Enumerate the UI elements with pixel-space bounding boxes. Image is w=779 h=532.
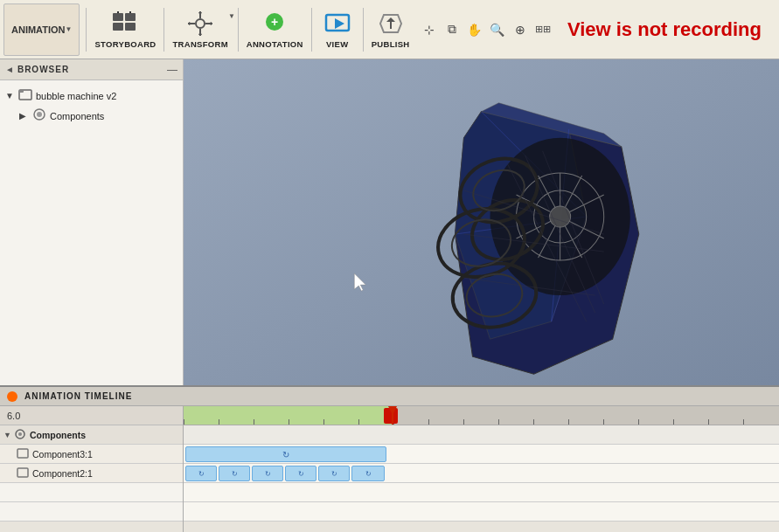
annotation-label: ANNOTATION — [247, 39, 303, 49]
svg-marker-11 — [198, 12, 202, 16]
tree-components-label: Components — [50, 111, 104, 121]
toolbar-separator-5 — [363, 8, 364, 52]
cursor-icon-btn[interactable]: ⊹ — [419, 19, 440, 40]
track-c3-icon — [17, 447, 29, 461]
timeline-body: 6.0 ▼ Components Component3:1 — [0, 406, 779, 532]
timeline-ruler[interactable]: 012345678910111213141516 — [184, 406, 779, 425]
loop-icon-c2-6: ↻ — [365, 470, 372, 478]
viewport[interactable] — [184, 59, 779, 385]
track-components-icon — [14, 428, 26, 442]
timeline-tracks-right: ↻ ↻ ↻ ↻ ↻ — [184, 425, 779, 532]
transform-dropdown-icon: ▼ — [228, 12, 235, 20]
animation-label: ANIMATION — [11, 24, 66, 35]
track-c3-label: Component3:1 — [32, 449, 93, 459]
svg-point-6 — [196, 19, 205, 28]
animation-bar-c2-5[interactable]: ↻ — [318, 466, 350, 481]
tree-components-icon — [32, 107, 46, 124]
tree-root-label: bubble machine v2 — [36, 91, 116, 101]
copy-icon-btn[interactable]: ⧉ — [442, 19, 463, 40]
browser-panel: ◄ BROWSER — ▼ bubble machine v2 ▶ — [0, 59, 184, 385]
storyboard-label: STORYBOARD — [94, 39, 156, 49]
timeline-track-component3[interactable]: Component3:1 — [0, 445, 183, 464]
transform-button[interactable]: TRANSFORM — [167, 3, 233, 56]
view-button[interactable]: VIEW — [315, 3, 360, 56]
svg-text:+: + — [271, 15, 278, 29]
track-group-arrow: ▼ — [3, 431, 11, 439]
svg-point-25 — [37, 112, 42, 117]
tree-root-icon — [18, 87, 32, 104]
browser-title: BROWSER — [17, 65, 69, 74]
toolbar-separator-2 — [163, 8, 164, 52]
svg-marker-14 — [208, 22, 212, 25]
transform-label: TRANSFORM — [172, 39, 227, 49]
timeline-tracks-left: ▼ Components Component3:1 — [0, 425, 183, 532]
annotation-button[interactable]: + ANNOTATION — [241, 3, 309, 56]
grid-icon-btn[interactable]: ⊞⊞ — [532, 19, 553, 40]
svg-marker-21 — [386, 17, 395, 22]
animation-bar-c2-3[interactable]: ↻ — [252, 466, 283, 481]
tree-root-arrow: ▼ — [5, 91, 16, 100]
browser-content: ▼ bubble machine v2 ▶ Componen — [0, 80, 183, 131]
svg-marker-18 — [335, 18, 344, 29]
publish-button[interactable]: PUBLISH — [366, 3, 415, 56]
tree-components-arrow: ▶ — [19, 111, 30, 121]
browser-close-icon[interactable]: — — [167, 64, 177, 76]
transform-icon — [186, 10, 214, 38]
animation-bar-c2-2[interactable]: ↻ — [219, 466, 250, 481]
timeline-right-row-empty1 — [184, 483, 779, 502]
animation-bar-c2-6[interactable]: ↻ — [351, 466, 385, 481]
timeline-track-component2[interactable]: Component2:1 — [0, 464, 183, 483]
view-not-recording-status: View is not recording — [567, 18, 776, 41]
toolbar-separator-1 — [86, 8, 87, 52]
timeline-left: 6.0 ▼ Components Component3:1 — [0, 406, 184, 532]
timeline-right-row-group — [184, 425, 779, 445]
timeline-record-dot — [7, 391, 17, 402]
svg-rect-2 — [113, 23, 123, 31]
browser-collapse-icon[interactable]: ◄ — [5, 65, 14, 74]
search-icon-btn[interactable]: 🔍 — [487, 19, 508, 40]
toolbar-separator-4 — [311, 8, 312, 52]
svg-rect-1 — [125, 13, 136, 21]
svg-rect-23 — [19, 90, 24, 93]
timeline-track-components[interactable]: ▼ Components — [0, 425, 183, 445]
tree-components-item[interactable]: ▶ Components — [17, 106, 179, 126]
timeline-current-time: 6.0 — [0, 406, 183, 425]
loop-icon-c2-1: ↻ — [198, 470, 205, 478]
tree-root-item[interactable]: ▼ bubble machine v2 — [3, 86, 179, 106]
loop-icon-c3: ↻ — [282, 450, 289, 459]
timeline-track-empty-2 — [0, 502, 183, 522]
svg-point-42 — [550, 206, 571, 227]
svg-rect-0 — [113, 13, 123, 21]
loop-icon-c2-2: ↻ — [232, 470, 238, 478]
publish-label: PUBLISH — [372, 39, 410, 49]
animation-dropdown-button[interactable]: ANIMATION ▼ — [3, 3, 80, 56]
publish-icon — [377, 10, 405, 38]
view-options-icon-btn[interactable]: ⊕ — [510, 19, 531, 40]
storyboard-button[interactable]: STORYBOARD — [89, 3, 161, 56]
timeline-right-row-c3[interactable]: ↻ — [184, 445, 779, 464]
animation-bar-c2-4[interactable]: ↻ — [285, 466, 316, 481]
storyboard-icon — [111, 10, 139, 38]
main-area: ◄ BROWSER — ▼ bubble machine v2 ▶ — [0, 59, 779, 385]
timeline-right-row-c2[interactable]: ↻ ↻ ↻ ↻ ↻ ↻ — [184, 464, 779, 483]
svg-marker-13 — [189, 22, 192, 25]
animation-bar-c2-1[interactable]: ↻ — [185, 466, 217, 481]
view-label: VIEW — [326, 39, 348, 49]
viewport-canvas — [184, 59, 779, 385]
playhead[interactable] — [392, 406, 393, 425]
toolbar-right-icons: ⊹ ⧉ ✋ 🔍 ⊕ ⊞⊞ — [419, 19, 553, 40]
timeline-right-row-empty2 — [184, 502, 779, 522]
browser-header: ◄ BROWSER — — [0, 59, 183, 80]
annotation-icon: + — [261, 10, 289, 38]
hand-icon-btn[interactable]: ✋ — [464, 19, 485, 40]
view-icon — [323, 10, 351, 38]
loop-icon-c2-3: ↻ — [265, 470, 271, 478]
svg-marker-12 — [198, 31, 202, 35]
timeline-title: ANIMATION TIMELINE — [24, 391, 132, 401]
svg-rect-60 — [17, 468, 28, 477]
timeline-track-empty-1 — [0, 483, 183, 502]
animation-bar-c3[interactable]: ↻ — [185, 446, 386, 462]
svg-rect-59 — [17, 449, 28, 458]
timeline-right: 012345678910111213141516 ↻ — [184, 406, 779, 532]
loop-icon-c2-5: ↻ — [331, 470, 337, 478]
